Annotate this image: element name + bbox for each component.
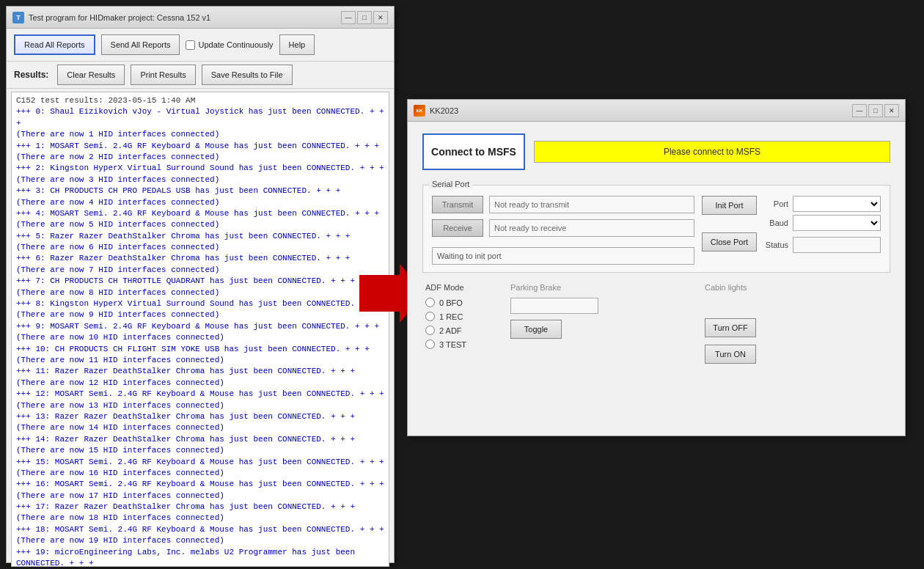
list-item: (There are now 3 HID interfaces connecte… bbox=[16, 175, 384, 186]
left-window-title: Test program for HIDmaker project: Cessn… bbox=[29, 13, 210, 22]
parking-brake-toggle-button[interactable]: Toggle bbox=[510, 320, 562, 339]
list-item: +++ 18: MOSART Semi. 2.4G RF Keyboard & … bbox=[16, 524, 384, 535]
waiting-input bbox=[432, 247, 694, 265]
update-continuously-group: Update Continuously bbox=[186, 40, 273, 50]
connect-msfs-button[interactable]: Connect to MSFS bbox=[422, 133, 525, 170]
list-item: (There are now 17 HID interfaces connect… bbox=[16, 491, 384, 502]
list-item: +++ 6: Razer Razer DeathStalker Chroma h… bbox=[16, 253, 384, 264]
lower-section: ADF Mode 0 BFO1 REC2 ADF3 TEST Parking B… bbox=[422, 283, 890, 364]
left-minimize-button[interactable]: — bbox=[341, 11, 356, 24]
turn-off-button[interactable]: Turn OFF bbox=[705, 318, 756, 337]
status-row: Status bbox=[763, 237, 881, 253]
adf-radio-label-3[interactable]: 3 TEST bbox=[439, 340, 466, 349]
receive-row: Receive bbox=[432, 219, 694, 237]
init-close-buttons: Init Port Close Port bbox=[702, 196, 757, 265]
adf-mode-section: ADF Mode 0 BFO1 REC2 ADF3 TEST bbox=[425, 283, 499, 364]
left-maximize-button[interactable]: □ bbox=[357, 11, 372, 24]
save-results-button[interactable]: Save Results to File bbox=[202, 65, 293, 85]
left-app-icon: T bbox=[12, 12, 24, 23]
baud-label: Baud bbox=[763, 219, 788, 227]
port-row: Port bbox=[763, 196, 881, 212]
msfs-status-bar: Please connect to MSFS bbox=[534, 141, 890, 163]
parking-brake-section: Parking Brake Toggle bbox=[510, 283, 693, 364]
serial-port-section: Serial Port Transmit Receive Init Port bbox=[422, 185, 890, 273]
list-item: +++ 11: Razer Razer DeathStalker Chroma … bbox=[16, 366, 384, 377]
serial-inputs: Transmit Receive bbox=[432, 196, 694, 265]
list-item: +++ 1: MOSART Semi. 2.4G RF Keyboard & M… bbox=[16, 141, 384, 152]
right-minimize-button[interactable]: — bbox=[852, 104, 867, 117]
list-item: (There are now 1 HID interfaces connecte… bbox=[16, 129, 384, 140]
list-item: (There are now 18 HID interfaces connect… bbox=[16, 513, 384, 524]
print-results-button[interactable]: Print Results bbox=[131, 65, 195, 85]
list-item: +++ 3: CH PRODUCTS CH PRO PEDALS USB has… bbox=[16, 186, 384, 197]
list-item: (There are now 14 HID interfaces connect… bbox=[16, 422, 384, 433]
transmit-status-input bbox=[489, 196, 694, 213]
list-item: +++ 5: Razer Razer DeathStalker Chroma h… bbox=[16, 231, 384, 242]
right-maximize-button[interactable]: □ bbox=[868, 104, 883, 117]
send-all-reports-button[interactable]: Send All Reports bbox=[101, 34, 180, 55]
adf-radio-item: 0 BFO bbox=[425, 298, 499, 307]
list-item: (There are now 9 HID interfaces connecte… bbox=[16, 309, 384, 320]
turn-on-button[interactable]: Turn ON bbox=[705, 345, 756, 364]
adf-radio-label-2[interactable]: 2 ADF bbox=[439, 326, 462, 335]
list-item: (There are now 4 HID interfaces connecte… bbox=[16, 197, 384, 208]
kk-app-icon: KK bbox=[414, 105, 425, 117]
adf-radio-0[interactable] bbox=[425, 298, 435, 307]
left-close-button[interactable]: ✕ bbox=[373, 11, 388, 24]
adf-mode-title: ADF Mode bbox=[425, 283, 499, 292]
right-content: Connect to MSFS Please connect to MSFS S… bbox=[408, 122, 905, 375]
help-button[interactable]: Help bbox=[279, 34, 315, 55]
list-item: (There are now 5 HID interfaces connecte… bbox=[16, 219, 384, 230]
adf-radio-2[interactable] bbox=[425, 326, 435, 335]
read-all-reports-button[interactable]: Read All Reports bbox=[14, 34, 95, 55]
adf-radio-3[interactable] bbox=[425, 339, 435, 349]
transmit-row: Transmit bbox=[432, 196, 694, 213]
close-port-button[interactable]: Close Port bbox=[702, 232, 757, 252]
list-item: (There are now 10 HID interfaces connect… bbox=[16, 332, 384, 343]
adf-radio-label-0[interactable]: 0 BFO bbox=[439, 298, 463, 307]
serial-right: Init Port Close Port Port Baud bbox=[702, 196, 881, 265]
receive-status-input bbox=[489, 219, 694, 237]
left-window: T Test program for HIDmaker project: Ces… bbox=[6, 6, 395, 563]
list-item: (There are now 8 HID interfaces connecte… bbox=[16, 287, 384, 298]
list-item: (There are now 11 HID interfaces connect… bbox=[16, 355, 384, 366]
list-item: (There are now 13 HID interfaces connect… bbox=[16, 400, 384, 411]
init-port-button[interactable]: Init Port bbox=[702, 196, 757, 215]
baud-row: Baud bbox=[763, 215, 881, 231]
left-title-left: T Test program for HIDmaker project: Ces… bbox=[12, 12, 210, 23]
adf-radio-label-1[interactable]: 1 REC bbox=[439, 312, 463, 321]
list-item: +++ 8: Kingston HyperX Virtual Surround … bbox=[16, 298, 384, 309]
right-title-controls: — □ ✕ bbox=[852, 104, 899, 117]
port-select[interactable] bbox=[793, 196, 881, 212]
update-continuously-label[interactable]: Update Continuously bbox=[198, 40, 273, 49]
results-bar: Results: Clear Results Print Results Sav… bbox=[7, 62, 394, 89]
serial-port-label: Serial Port bbox=[429, 180, 472, 188]
list-item: (There are now 7 HID interfaces connecte… bbox=[16, 265, 384, 276]
status-input bbox=[793, 237, 881, 253]
connect-section: Connect to MSFS Please connect to MSFS bbox=[422, 133, 890, 170]
adf-radio-item: 1 REC bbox=[425, 312, 499, 321]
list-item: +++ 13: Razer Razer DeathStalker Chroma … bbox=[16, 411, 384, 422]
list-item: +++ 16: MOSART Semi. 2.4G RF Keyboard & … bbox=[16, 479, 384, 490]
list-item: +++ 2: Kingston HyperX Virtual Surround … bbox=[16, 163, 384, 174]
port-label: Port bbox=[763, 199, 788, 208]
msfs-status-text: Please connect to MSFS bbox=[664, 147, 760, 157]
list-item: (There are now 6 HID interfaces connecte… bbox=[16, 242, 384, 253]
right-window: KK KK2023 — □ ✕ Connect to MSFS Please c… bbox=[407, 99, 906, 436]
right-close-button[interactable]: ✕ bbox=[884, 104, 899, 117]
status-label: Status bbox=[763, 241, 788, 249]
list-item: (There are now 15 HID interfaces connect… bbox=[16, 445, 384, 456]
list-item: +++ 0: Shaul Eizikovich vJoy - Virtual J… bbox=[16, 106, 384, 129]
list-item: +++ 12: MOSART Semi. 2.4G RF Keyboard & … bbox=[16, 389, 384, 400]
cabin-lights-section: Cabin lights Turn OFF Turn ON bbox=[705, 283, 887, 364]
port-status-column: Port Baud Status bbox=[763, 196, 881, 265]
list-item: (There are now 16 HID interfaces connect… bbox=[16, 468, 384, 479]
right-window-title: KK2023 bbox=[430, 106, 458, 115]
results-area[interactable]: C152 test results: 2023-05-15 1:40 AM+++… bbox=[11, 92, 389, 567]
baud-select[interactable] bbox=[793, 215, 881, 231]
left-toolbar: Read All Reports Send All Reports Update… bbox=[7, 29, 394, 62]
clear-results-button[interactable]: Clear Results bbox=[57, 65, 125, 85]
cabin-lights-title: Cabin lights bbox=[705, 283, 887, 292]
adf-radio-1[interactable] bbox=[425, 312, 435, 321]
update-continuously-checkbox[interactable] bbox=[186, 40, 195, 50]
